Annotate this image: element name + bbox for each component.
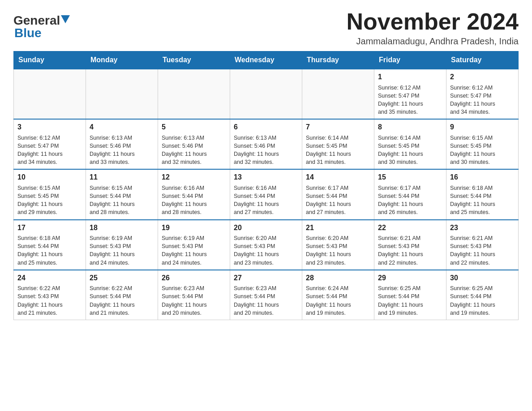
day-number: 29 xyxy=(378,273,442,283)
day-number: 5 xyxy=(162,122,226,132)
day-info: Sunrise: 6:16 AM Sunset: 5:44 PM Dayligh… xyxy=(234,185,279,216)
calendar-day-cell: 11Sunrise: 6:15 AM Sunset: 5:44 PM Dayli… xyxy=(86,169,158,219)
calendar-day-cell: 12Sunrise: 6:16 AM Sunset: 5:44 PM Dayli… xyxy=(158,169,230,219)
day-number: 2 xyxy=(450,72,515,82)
calendar-day-cell: 17Sunrise: 6:18 AM Sunset: 5:44 PM Dayli… xyxy=(14,220,86,270)
calendar-day-cell: 18Sunrise: 6:19 AM Sunset: 5:43 PM Dayli… xyxy=(86,220,158,270)
calendar-day-cell: 23Sunrise: 6:21 AM Sunset: 5:43 PM Dayli… xyxy=(446,220,519,270)
calendar-day-cell: 16Sunrise: 6:18 AM Sunset: 5:44 PM Dayli… xyxy=(446,169,519,219)
calendar-day-cell: 22Sunrise: 6:21 AM Sunset: 5:43 PM Dayli… xyxy=(374,220,446,270)
day-info: Sunrise: 6:16 AM Sunset: 5:44 PM Dayligh… xyxy=(162,185,207,216)
day-number: 14 xyxy=(306,172,370,182)
calendar-week-row: 1Sunrise: 6:12 AM Sunset: 5:47 PM Daylig… xyxy=(14,69,519,119)
day-number: 17 xyxy=(17,223,82,233)
calendar-week-row: 17Sunrise: 6:18 AM Sunset: 5:44 PM Dayli… xyxy=(14,220,519,270)
calendar-day-cell: 27Sunrise: 6:23 AM Sunset: 5:44 PM Dayli… xyxy=(230,270,302,320)
day-info: Sunrise: 6:12 AM Sunset: 5:47 PM Dayligh… xyxy=(17,135,63,166)
day-info: Sunrise: 6:21 AM Sunset: 5:43 PM Dayligh… xyxy=(450,235,495,266)
day-number: 8 xyxy=(378,122,442,132)
calendar-day-cell: 5Sunrise: 6:13 AM Sunset: 5:46 PM Daylig… xyxy=(158,119,230,169)
day-info: Sunrise: 6:13 AM Sunset: 5:46 PM Dayligh… xyxy=(234,135,279,166)
logo-triangle-icon xyxy=(61,15,70,24)
calendar-day-cell: 29Sunrise: 6:25 AM Sunset: 5:44 PM Dayli… xyxy=(374,270,446,320)
day-info: Sunrise: 6:22 AM Sunset: 5:43 PM Dayligh… xyxy=(17,285,63,316)
calendar-day-cell: 21Sunrise: 6:20 AM Sunset: 5:43 PM Dayli… xyxy=(302,220,374,270)
day-info: Sunrise: 6:20 AM Sunset: 5:43 PM Dayligh… xyxy=(306,235,351,266)
calendar-day-cell: 25Sunrise: 6:22 AM Sunset: 5:44 PM Dayli… xyxy=(86,270,158,320)
month-title: November 2024 xyxy=(347,9,519,34)
svg-marker-0 xyxy=(61,15,70,23)
day-info: Sunrise: 6:22 AM Sunset: 5:44 PM Dayligh… xyxy=(90,285,135,316)
location-title: Jammalamadugu, Andhra Pradesh, India xyxy=(347,36,519,47)
day-info: Sunrise: 6:15 AM Sunset: 5:45 PM Dayligh… xyxy=(450,135,495,166)
logo-blue-text: Blue xyxy=(14,26,70,40)
day-number: 7 xyxy=(306,122,370,132)
day-info: Sunrise: 6:13 AM Sunset: 5:46 PM Dayligh… xyxy=(162,135,207,166)
day-info: Sunrise: 6:12 AM Sunset: 5:47 PM Dayligh… xyxy=(450,85,495,116)
day-number: 10 xyxy=(17,172,82,182)
day-info: Sunrise: 6:25 AM Sunset: 5:44 PM Dayligh… xyxy=(378,285,423,316)
day-of-week-header: Sunday xyxy=(14,51,86,69)
day-number: 1 xyxy=(378,72,442,82)
day-of-week-header: Thursday xyxy=(302,51,374,69)
calendar-day-cell xyxy=(86,69,158,119)
calendar-day-cell: 7Sunrise: 6:14 AM Sunset: 5:45 PM Daylig… xyxy=(302,119,374,169)
day-info: Sunrise: 6:20 AM Sunset: 5:43 PM Dayligh… xyxy=(234,235,279,266)
day-info: Sunrise: 6:18 AM Sunset: 5:44 PM Dayligh… xyxy=(450,185,495,216)
day-number: 22 xyxy=(378,223,442,233)
calendar-day-cell: 2Sunrise: 6:12 AM Sunset: 5:47 PM Daylig… xyxy=(446,69,519,119)
calendar-day-cell: 9Sunrise: 6:15 AM Sunset: 5:45 PM Daylig… xyxy=(446,119,519,169)
day-number: 9 xyxy=(450,122,515,132)
page-header: General Blue November 2024 Jammalamadugu… xyxy=(13,9,519,47)
calendar-day-cell xyxy=(230,69,302,119)
day-of-week-header: Tuesday xyxy=(158,51,230,69)
calendar-week-row: 3Sunrise: 6:12 AM Sunset: 5:47 PM Daylig… xyxy=(14,119,519,169)
day-number: 21 xyxy=(306,223,370,233)
day-info: Sunrise: 6:24 AM Sunset: 5:44 PM Dayligh… xyxy=(306,285,351,316)
day-number: 3 xyxy=(17,122,82,132)
calendar-week-row: 10Sunrise: 6:15 AM Sunset: 5:45 PM Dayli… xyxy=(14,169,519,219)
day-info: Sunrise: 6:21 AM Sunset: 5:43 PM Dayligh… xyxy=(378,235,423,266)
day-number: 4 xyxy=(90,122,154,132)
calendar-day-cell: 15Sunrise: 6:17 AM Sunset: 5:44 PM Dayli… xyxy=(374,169,446,219)
day-number: 30 xyxy=(450,273,515,283)
day-info: Sunrise: 6:23 AM Sunset: 5:44 PM Dayligh… xyxy=(162,285,207,316)
title-area: November 2024 Jammalamadugu, Andhra Prad… xyxy=(347,9,519,47)
day-number: 6 xyxy=(234,122,298,132)
day-number: 25 xyxy=(90,273,154,283)
day-number: 20 xyxy=(234,223,298,233)
calendar-day-cell: 24Sunrise: 6:22 AM Sunset: 5:43 PM Dayli… xyxy=(14,270,86,320)
calendar-day-cell: 3Sunrise: 6:12 AM Sunset: 5:47 PM Daylig… xyxy=(14,119,86,169)
calendar-day-cell xyxy=(14,69,86,119)
day-number: 18 xyxy=(90,223,154,233)
day-number: 26 xyxy=(162,273,226,283)
day-number: 16 xyxy=(450,172,515,182)
calendar-day-cell: 20Sunrise: 6:20 AM Sunset: 5:43 PM Dayli… xyxy=(230,220,302,270)
calendar-header-row: SundayMondayTuesdayWednesdayThursdayFrid… xyxy=(14,51,519,69)
day-info: Sunrise: 6:13 AM Sunset: 5:46 PM Dayligh… xyxy=(90,135,135,166)
day-of-week-header: Monday xyxy=(86,51,158,69)
day-of-week-header: Saturday xyxy=(446,51,519,69)
day-number: 19 xyxy=(162,223,226,233)
calendar-day-cell: 19Sunrise: 6:19 AM Sunset: 5:43 PM Dayli… xyxy=(158,220,230,270)
day-info: Sunrise: 6:15 AM Sunset: 5:45 PM Dayligh… xyxy=(17,185,63,216)
day-number: 27 xyxy=(234,273,298,283)
day-of-week-header: Wednesday xyxy=(230,51,302,69)
calendar-day-cell xyxy=(302,69,374,119)
day-info: Sunrise: 6:14 AM Sunset: 5:45 PM Dayligh… xyxy=(306,135,351,166)
day-number: 13 xyxy=(234,172,298,182)
day-of-week-header: Friday xyxy=(374,51,446,69)
calendar-day-cell: 13Sunrise: 6:16 AM Sunset: 5:44 PM Dayli… xyxy=(230,169,302,219)
calendar-day-cell: 14Sunrise: 6:17 AM Sunset: 5:44 PM Dayli… xyxy=(302,169,374,219)
logo-area: General Blue xyxy=(13,9,70,40)
day-info: Sunrise: 6:17 AM Sunset: 5:44 PM Dayligh… xyxy=(306,185,351,216)
day-number: 23 xyxy=(450,223,515,233)
day-number: 15 xyxy=(378,172,442,182)
calendar-day-cell: 28Sunrise: 6:24 AM Sunset: 5:44 PM Dayli… xyxy=(302,270,374,320)
day-info: Sunrise: 6:14 AM Sunset: 5:45 PM Dayligh… xyxy=(378,135,423,166)
day-info: Sunrise: 6:15 AM Sunset: 5:44 PM Dayligh… xyxy=(90,185,135,216)
day-number: 11 xyxy=(90,172,154,182)
calendar-day-cell xyxy=(158,69,230,119)
calendar-day-cell: 8Sunrise: 6:14 AM Sunset: 5:45 PM Daylig… xyxy=(374,119,446,169)
day-number: 24 xyxy=(17,273,82,283)
